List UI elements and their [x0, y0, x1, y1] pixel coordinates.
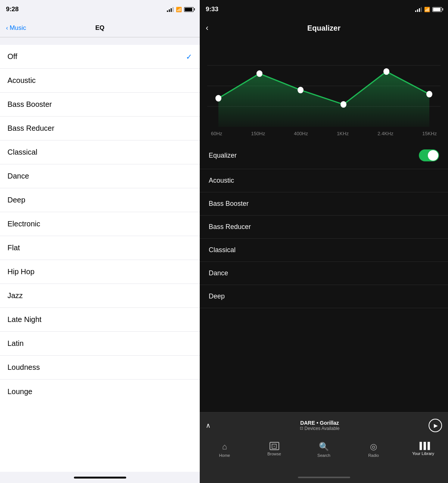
left-status-icons: 📶 [167, 7, 194, 12]
back-button[interactable]: ‹ Music [6, 24, 26, 32]
eq-option-bass-booster: Bass Booster [7, 100, 52, 109]
freq-label-1khz: 1KHz [337, 131, 349, 136]
eq-option-dance: Dance [7, 172, 29, 180]
home-indicator [200, 472, 448, 483]
spotify-eq-bass-booster: Bass Booster [209, 200, 249, 207]
eq-option-bass-reducer: Bass Reducer [7, 124, 55, 133]
home-indicator [0, 472, 200, 483]
spotify-eq-list: Acoustic Bass Booster Bass Reducer Class… [200, 169, 448, 412]
page-title: Equalizer [307, 24, 340, 32]
list-item[interactable]: Acoustic [200, 169, 448, 192]
play-icon: ▶ [434, 422, 438, 428]
eq-option-electronic: Electronic [7, 220, 40, 228]
eq-option-acoustic: Acoustic [7, 76, 36, 85]
left-status-bar: 9:28 📶 [0, 0, 200, 19]
list-item[interactable]: Jazz [0, 284, 200, 308]
eq-option-classical: Classical [7, 148, 37, 157]
freq-label-15khz: 15KHz [422, 131, 437, 136]
mini-player[interactable]: ∧ DARE • Gorillaz ⊡ Devices Available ▶ [200, 412, 448, 438]
list-item[interactable]: Bass Booster [200, 192, 448, 216]
back-button[interactable]: ‹ [206, 23, 208, 33]
eq-option-late-night: Late Night [7, 315, 41, 324]
freq-label-400hz: 400Hz [294, 131, 308, 136]
equalizer-label: Equalizer [209, 152, 237, 160]
freq-label-60hz: 60Hz [211, 131, 222, 136]
list-item[interactable]: Classical [200, 239, 448, 262]
nav-item-search[interactable]: 🔍 Search [299, 442, 349, 458]
nav-label-radio: Radio [368, 453, 379, 458]
list-item[interactable]: Deep [200, 285, 448, 308]
svg-point-4 [215, 95, 221, 102]
nav-label-search: Search [317, 453, 330, 458]
svg-point-8 [383, 68, 389, 75]
equalizer-toggle[interactable] [419, 149, 439, 161]
list-item[interactable]: Off ✓ [0, 45, 200, 69]
list-item[interactable]: Bass Reducer [0, 117, 200, 140]
svg-point-7 [340, 101, 346, 108]
home-bar [74, 477, 126, 479]
eq-option-deep: Deep [7, 196, 25, 204]
library-icon: ▐▐▐ [417, 442, 429, 450]
nav-label-library: Your Library [412, 451, 434, 456]
list-item[interactable]: Dance [0, 164, 200, 188]
right-status-icons: 📶 [415, 7, 442, 12]
spotify-eq-classical: Classical [209, 246, 236, 254]
nav-item-radio[interactable]: ◎ Radio [349, 442, 398, 458]
equalizer-toggle-row: Equalizer [200, 142, 448, 169]
list-item[interactable]: Late Night [0, 308, 200, 332]
signal-icon [415, 7, 422, 12]
selected-checkmark: ✓ [186, 52, 192, 61]
chevron-up-icon: ∧ [206, 421, 211, 430]
search-icon: 🔍 [319, 442, 329, 452]
list-item[interactable]: Classical [0, 140, 200, 164]
battery-icon [184, 7, 194, 12]
eq-option-lounge: Lounge [7, 387, 32, 396]
browse-icon: ⊡ [270, 442, 279, 450]
mini-player-info: DARE • Gorillaz ⊡ Devices Available [215, 420, 424, 431]
left-panel: 9:28 📶 ‹ Music EQ Off ✓ [0, 0, 200, 483]
wifi-icon: 📶 [424, 7, 430, 12]
svg-point-9 [426, 91, 432, 97]
nav-label-browse: Browse [267, 452, 281, 456]
home-bar [298, 477, 350, 478]
separator [0, 37, 200, 45]
list-item[interactable]: Lounge [0, 380, 200, 403]
eq-option-flat: Flat [7, 244, 20, 252]
signal-icon [167, 7, 174, 12]
nav-item-home[interactable]: ⌂ Home [200, 442, 249, 458]
list-item[interactable]: Deep [0, 188, 200, 212]
list-item[interactable]: Bass Reducer [200, 216, 448, 239]
list-item[interactable]: Flat [0, 236, 200, 260]
eq-option-jazz: Jazz [7, 291, 23, 300]
nav-label-home: Home [219, 453, 230, 458]
list-item[interactable]: Dance [200, 262, 448, 285]
eq-chart [207, 45, 441, 127]
right-nav-bar: ‹ Equalizer [200, 19, 448, 37]
device-icon: ⊡ [300, 426, 303, 431]
spotify-eq-bass-reducer: Bass Reducer [209, 223, 251, 230]
list-item[interactable]: Latin [0, 332, 200, 356]
left-nav-bar: ‹ Music EQ [0, 19, 200, 37]
left-time: 9:28 [6, 6, 19, 13]
list-item[interactable]: Hip Hop [0, 260, 200, 284]
list-item[interactable]: Bass Booster [0, 93, 200, 117]
svg-point-6 [298, 87, 304, 93]
eq-option-loudness: Loudness [7, 363, 40, 372]
back-label: Music [10, 24, 26, 32]
freq-label-2khz: 2.4KHz [377, 131, 393, 136]
right-time: 9:33 [206, 6, 218, 13]
eq-list: Off ✓ Acoustic Bass Booster Bass Reducer… [0, 45, 200, 472]
svg-point-5 [256, 70, 262, 77]
nav-item-browse[interactable]: ⊡ Browse [249, 442, 299, 456]
spotify-eq-dance: Dance [209, 269, 228, 277]
list-item[interactable]: Loudness [0, 356, 200, 380]
nav-item-library[interactable]: ▐▐▐ Your Library [398, 442, 448, 456]
list-item[interactable]: Electronic [0, 212, 200, 236]
freq-label-150hz: 150Hz [251, 131, 265, 136]
freq-labels: 60Hz 150Hz 400Hz 1KHz 2.4KHz 15KHz [207, 129, 441, 136]
eq-option-hip-hop: Hip Hop [7, 267, 34, 276]
play-button[interactable]: ▶ [429, 419, 442, 432]
page-title: EQ [95, 24, 105, 32]
list-item[interactable]: Acoustic [0, 69, 200, 93]
spotify-eq-deep: Deep [209, 292, 225, 300]
